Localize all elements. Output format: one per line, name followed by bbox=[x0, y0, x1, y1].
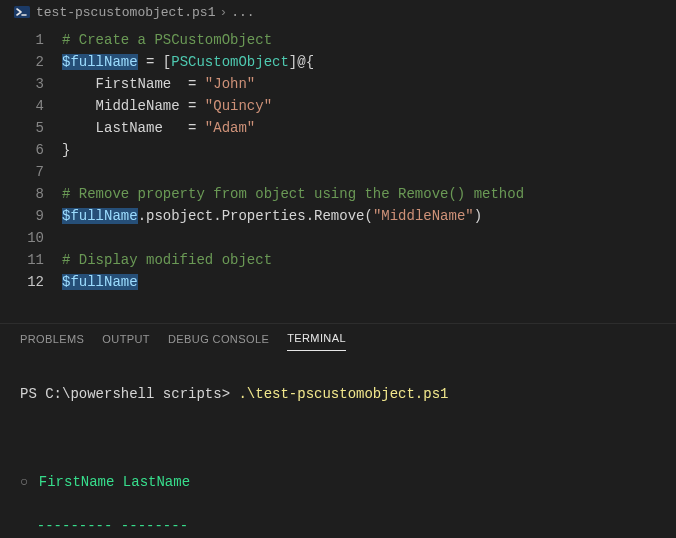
line-number: 9 bbox=[0, 205, 44, 227]
breadcrumb: test-pscustomobject.ps1 › ... bbox=[0, 0, 676, 25]
line-number: 3 bbox=[0, 73, 44, 95]
code-line[interactable]: MiddleName = "Quincy" bbox=[62, 95, 676, 117]
breadcrumb-more[interactable]: ... bbox=[231, 5, 254, 20]
code-line[interactable]: # Create a PSCustomObject bbox=[62, 29, 676, 51]
line-number: 8 bbox=[0, 183, 44, 205]
code-line[interactable]: FirstName = "John" bbox=[62, 73, 676, 95]
code-line[interactable]: # Remove property from object using the … bbox=[62, 183, 676, 205]
code-line[interactable]: $fullName bbox=[62, 271, 676, 293]
line-number: 7 bbox=[0, 161, 44, 183]
line-number: 6 bbox=[0, 139, 44, 161]
tab-terminal[interactable]: TERMINAL bbox=[287, 326, 346, 351]
line-number: 4 bbox=[0, 95, 44, 117]
bullet-icon: ○ bbox=[20, 474, 37, 490]
terminal-output-header: ○ FirstName LastName bbox=[20, 471, 656, 493]
tab-debug-console[interactable]: DEBUG CONSOLE bbox=[168, 327, 269, 351]
panel-tabs: PROBLEMS OUTPUT DEBUG CONSOLE TERMINAL bbox=[0, 323, 676, 351]
breadcrumb-file[interactable]: test-pscustomobject.ps1 bbox=[36, 5, 215, 20]
code-line[interactable]: $fullName = [PSCustomObject]@{ bbox=[62, 51, 676, 73]
line-number: 1 bbox=[0, 29, 44, 51]
code-line[interactable] bbox=[62, 161, 676, 183]
terminal-panel[interactable]: PS C:\powershell scripts> .\test-pscusto… bbox=[0, 351, 676, 538]
line-number: 5 bbox=[0, 117, 44, 139]
tab-output[interactable]: OUTPUT bbox=[102, 327, 150, 351]
line-number-gutter: 123456789101112 bbox=[0, 29, 62, 293]
line-number: 11 bbox=[0, 249, 44, 271]
terminal-line: PS C:\powershell scripts> .\test-pscusto… bbox=[20, 383, 656, 405]
code-line[interactable]: $fullName.psobject.Properties.Remove("Mi… bbox=[62, 205, 676, 227]
code-line[interactable]: LastName = "Adam" bbox=[62, 117, 676, 139]
terminal-prompt: PS C:\powershell scripts> bbox=[20, 386, 238, 402]
terminal-output-dashes: ○ --------- -------- bbox=[20, 515, 656, 537]
code-line[interactable]: # Display modified object bbox=[62, 249, 676, 271]
line-number: 10 bbox=[0, 227, 44, 249]
terminal-blank bbox=[20, 427, 656, 449]
line-number: 2 bbox=[0, 51, 44, 73]
terminal-command: .\test-pscustomobject.ps1 bbox=[238, 386, 448, 402]
line-number: 12 bbox=[0, 271, 44, 293]
tab-problems[interactable]: PROBLEMS bbox=[20, 327, 84, 351]
code-line[interactable] bbox=[62, 227, 676, 249]
powershell-icon bbox=[14, 4, 30, 20]
svg-rect-0 bbox=[14, 6, 30, 18]
code-content[interactable]: # Create a PSCustomObject$fullName = [PS… bbox=[62, 29, 676, 293]
code-editor[interactable]: 123456789101112 # Create a PSCustomObjec… bbox=[0, 25, 676, 293]
code-line[interactable]: } bbox=[62, 139, 676, 161]
chevron-right-icon: › bbox=[219, 5, 227, 20]
